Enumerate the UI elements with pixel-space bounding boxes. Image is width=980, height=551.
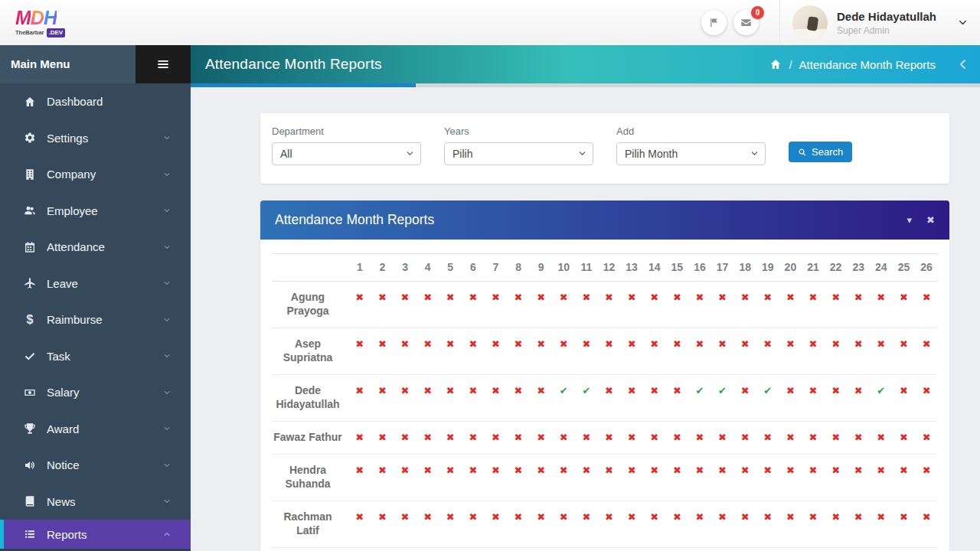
logo-dev-badge: .DEV [47, 28, 66, 37]
absent-x-icon: ✖ [695, 292, 704, 303]
absent-x-icon: ✖ [741, 338, 750, 350]
sidebar-item-dashboard[interactable]: Dashboard [0, 83, 191, 120]
sidebar-item-news[interactable]: News [0, 484, 191, 520]
absent-x-icon: ✖ [582, 465, 590, 476]
day-column-header: 18 [733, 254, 756, 282]
absent-x-icon: ✖ [401, 338, 410, 350]
sidebar-item-label: News [47, 495, 76, 508]
day-column-header: 24 [870, 254, 893, 282]
absent-x-icon: ✖ [923, 465, 931, 476]
messages-button[interactable]: 0 [733, 10, 759, 35]
present-check-icon: ✔ [560, 385, 568, 396]
absent-x-icon: ✖ [718, 465, 727, 476]
main-content: Department All Years Pilih Add Pilih Mon… [191, 87, 980, 551]
absent-x-icon: ✖ [809, 511, 818, 523]
day-column-header: 19 [756, 254, 779, 282]
absent-x-icon: ✖ [605, 292, 613, 303]
absent-x-icon: ✖ [492, 511, 500, 523]
absent-x-icon: ✖ [786, 385, 795, 396]
sidebar-item-reports[interactable]: Reports [0, 520, 191, 549]
sidebar-item-task[interactable]: Task [0, 338, 191, 375]
absent-x-icon: ✖ [831, 292, 840, 303]
sidebar-item-award[interactable]: Award [0, 411, 191, 448]
day-column-header: 16 [688, 254, 711, 282]
years-select[interactable]: Pilih [444, 142, 593, 165]
absent-x-icon: ✖ [560, 338, 568, 350]
sidebar-item-salary[interactable]: Salary [0, 374, 191, 411]
employee-name: Agung Prayoga [272, 282, 348, 328]
sidebar-toggle-button[interactable] [136, 45, 191, 83]
header-progress-strip [191, 83, 980, 87]
sidebar-item-label: Raimburse [47, 313, 103, 326]
department-select[interactable]: All [272, 142, 421, 165]
sidebar-item-employee[interactable]: Employee [0, 193, 191, 230]
absent-x-icon: ✖ [605, 385, 613, 396]
absent-x-icon: ✖ [809, 292, 818, 303]
absent-x-icon: ✖ [741, 385, 750, 396]
user-menu[interactable]: Dede Hidayatullah Super Admin [779, 0, 980, 45]
table-row: Fawaz Fathur✖✖✖✖✖✖✖✖✖✖✖✖✖✖✖✖✖✖✖✖✖✖✖✖✖✖ [272, 422, 938, 455]
attendance-table: 1234567891011121314151617181920212223242… [272, 253, 938, 548]
sidebar-item-attendance[interactable]: Attendance [0, 229, 191, 266]
absent-x-icon: ✖ [492, 338, 500, 350]
sidebar-item-notice[interactable]: Notice [0, 447, 191, 484]
sidebar-item-leave[interactable]: Leave [0, 266, 191, 302]
sidebar-item-label: Notice [47, 458, 80, 471]
absent-x-icon: ✖ [582, 511, 590, 523]
absent-x-icon: ✖ [378, 432, 387, 443]
day-column-header: 26 [915, 254, 938, 282]
chevron-down-icon[interactable] [958, 18, 968, 28]
absent-x-icon: ✖ [673, 432, 681, 443]
absent-x-icon: ✖ [763, 432, 772, 443]
user-role: Super Admin [837, 25, 936, 36]
absent-x-icon: ✖ [378, 338, 387, 350]
chevron-left-icon[interactable] [957, 58, 969, 70]
absent-x-icon: ✖ [741, 292, 750, 303]
absent-x-icon: ✖ [900, 432, 908, 443]
absent-x-icon: ✖ [401, 292, 410, 303]
absent-x-icon: ✖ [401, 511, 410, 523]
absent-x-icon: ✖ [650, 385, 658, 396]
employee-name: Dede Hidayatullah [272, 375, 348, 422]
sidebar-item-label: Settings [47, 132, 88, 145]
search-button[interactable]: Search [789, 142, 852, 162]
sidebar-header: Main Menu [0, 45, 136, 83]
absent-x-icon: ✖ [673, 465, 681, 476]
department-label: Department [272, 126, 421, 137]
absent-x-icon: ✖ [446, 385, 455, 396]
absent-x-icon: ✖ [605, 465, 613, 476]
day-column-header: 9 [530, 254, 553, 282]
list-icon [22, 528, 38, 540]
sidebar-item-company[interactable]: Company [0, 156, 191, 193]
absent-x-icon: ✖ [492, 465, 500, 476]
user-name: Dede Hidayatullah [837, 10, 936, 23]
home-icon[interactable] [769, 58, 782, 70]
day-column-header: 23 [847, 254, 870, 282]
absent-x-icon: ✖ [673, 385, 681, 396]
sidebar-item-settings[interactable]: Settings [0, 120, 191, 157]
close-panel-icon[interactable]: ✖ [926, 214, 935, 226]
month-select[interactable]: Pilih Month [616, 142, 766, 165]
absent-x-icon: ✖ [492, 385, 500, 396]
flag-button[interactable] [701, 10, 727, 35]
collapse-panel-icon[interactable]: ▾ [907, 214, 913, 226]
absent-x-icon: ✖ [628, 511, 636, 523]
gears-icon [22, 132, 38, 144]
sidebar-item-raimburse[interactable]: $Raimburse [0, 302, 191, 338]
absent-x-icon: ✖ [446, 432, 455, 443]
absent-x-icon: ✖ [854, 432, 863, 443]
day-column-header: 7 [485, 254, 508, 282]
table-row: Hendra Suhanda✖✖✖✖✖✖✖✖✖✖✖✖✖✖✖✖✖✖✖✖✖✖✖✖✖✖ [272, 455, 938, 501]
day-column-header: 12 [598, 254, 621, 282]
absent-x-icon: ✖ [514, 511, 523, 523]
absent-x-icon: ✖ [718, 511, 727, 523]
absent-x-icon: ✖ [695, 511, 704, 523]
absent-x-icon: ✖ [923, 292, 931, 303]
absent-x-icon: ✖ [763, 292, 772, 303]
absent-x-icon: ✖ [854, 338, 863, 350]
absent-x-icon: ✖ [514, 385, 523, 396]
absent-x-icon: ✖ [423, 292, 432, 303]
day-column-header: 11 [575, 254, 598, 282]
absent-x-icon: ✖ [831, 385, 840, 396]
chevron-down-icon [163, 171, 171, 178]
